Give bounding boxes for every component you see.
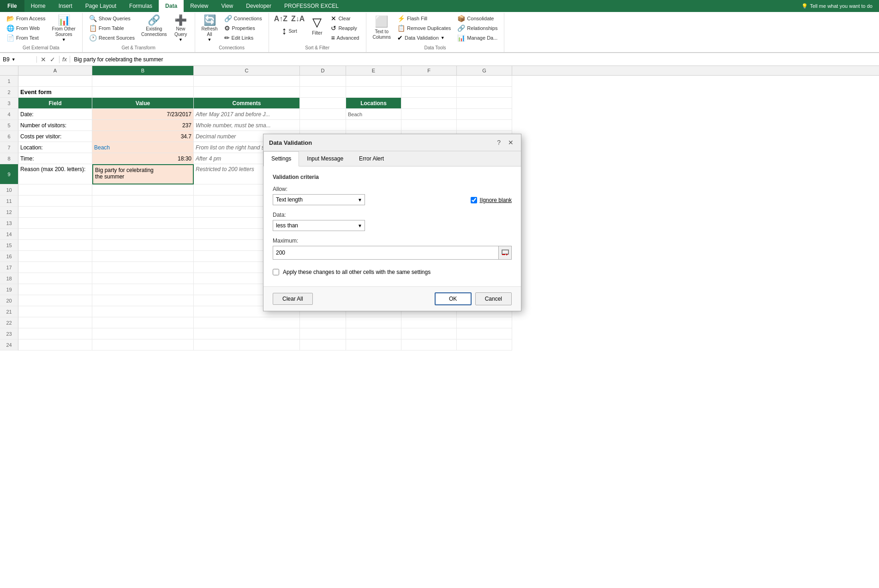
cell-e5[interactable] bbox=[346, 120, 401, 131]
cell-a3[interactable]: Field bbox=[18, 98, 92, 109]
cell-c23[interactable] bbox=[194, 328, 300, 339]
cell-b1[interactable] bbox=[92, 76, 194, 87]
allow-select[interactable]: Text length bbox=[273, 194, 365, 205]
cell-b16[interactable] bbox=[92, 251, 194, 262]
cell-d2[interactable] bbox=[300, 87, 346, 98]
formula-input[interactable] bbox=[70, 56, 879, 63]
cell-b20[interactable] bbox=[92, 295, 194, 306]
cell-b4[interactable]: 7/23/2017 bbox=[92, 109, 194, 120]
cell-a7[interactable]: Location: bbox=[18, 142, 92, 153]
cell-a13[interactable] bbox=[18, 218, 92, 229]
ok-button[interactable]: OK bbox=[435, 292, 472, 305]
cancel-formula-icon[interactable]: ✕ bbox=[40, 56, 47, 63]
dialog-tab-error-alert[interactable]: Error Alert bbox=[351, 151, 392, 166]
cell-b2[interactable] bbox=[92, 87, 194, 98]
cell-a16[interactable] bbox=[18, 251, 92, 262]
cell-a9[interactable]: Reason (max 200. letters): bbox=[18, 164, 92, 184]
cell-e4[interactable]: Beach bbox=[346, 109, 401, 120]
cell-reference-box[interactable]: B9 ▼ bbox=[0, 56, 37, 63]
btn-advanced[interactable]: ≡ Advanced bbox=[328, 33, 362, 42]
cell-d5[interactable] bbox=[300, 120, 346, 131]
btn-sort-az[interactable]: A↑Z bbox=[273, 14, 289, 24]
cell-b11[interactable] bbox=[92, 196, 194, 207]
cell-b3[interactable]: Value bbox=[92, 98, 194, 109]
btn-sort[interactable]: ↕ Sort bbox=[279, 24, 299, 37]
cell-e2[interactable] bbox=[346, 87, 401, 98]
cell-e3[interactable]: Locations bbox=[346, 98, 401, 109]
cell-a4[interactable]: Date: bbox=[18, 109, 92, 120]
maximum-picker-btn[interactable] bbox=[498, 246, 511, 259]
btn-refresh-all[interactable]: 🔄 RefreshAll ▼ bbox=[199, 14, 221, 43]
cell-f1[interactable] bbox=[401, 76, 457, 87]
cell-e22[interactable] bbox=[346, 317, 401, 328]
cell-a8[interactable]: Time: bbox=[18, 153, 92, 164]
cancel-button[interactable]: Cancel bbox=[475, 292, 512, 305]
cell-c5[interactable]: Whole number, must be sma... bbox=[194, 120, 300, 131]
btn-consolidate[interactable]: 📦 Consolidate bbox=[454, 14, 500, 23]
cell-b14[interactable] bbox=[92, 229, 194, 240]
cell-a12[interactable] bbox=[18, 207, 92, 218]
cell-b8[interactable]: 18:30 bbox=[92, 153, 194, 164]
cell-e24[interactable] bbox=[346, 339, 401, 350]
cell-b18[interactable] bbox=[92, 273, 194, 284]
btn-data-validation[interactable]: ✔ Data Validation ▼ bbox=[395, 33, 454, 42]
data-select[interactable]: less than bbox=[273, 220, 365, 231]
btn-sort-za[interactable]: Z↓A bbox=[290, 14, 306, 24]
cell-a23[interactable] bbox=[18, 328, 92, 339]
btn-recent-sources[interactable]: 🕐 Recent Sources bbox=[86, 33, 138, 42]
btn-existing-connections[interactable]: 🔗 ExistingConnections bbox=[138, 14, 170, 39]
tab-search[interactable]: 💡 Tell me what you want to do bbox=[795, 0, 879, 12]
cell-b15[interactable] bbox=[92, 240, 194, 251]
cell-c4[interactable]: After May 2017 and before J... bbox=[194, 109, 300, 120]
dialog-tab-settings[interactable]: Settings bbox=[263, 151, 299, 166]
cell-f5[interactable] bbox=[401, 120, 457, 131]
cell-a19[interactable] bbox=[18, 284, 92, 295]
cell-a1[interactable] bbox=[18, 76, 92, 87]
cell-f22[interactable] bbox=[401, 317, 457, 328]
dialog-help-icon[interactable]: ? bbox=[495, 138, 502, 147]
cell-f4[interactable] bbox=[401, 109, 457, 120]
cell-a5[interactable]: Number of visitors: bbox=[18, 120, 92, 131]
btn-clear[interactable]: ✕ Clear bbox=[328, 14, 362, 23]
maximum-input[interactable] bbox=[273, 248, 498, 258]
cell-g3[interactable] bbox=[457, 98, 512, 109]
col-header-e[interactable]: E bbox=[346, 66, 401, 75]
cell-a2[interactable]: Event form bbox=[18, 87, 92, 98]
tab-insert[interactable]: Insert bbox=[52, 0, 79, 12]
btn-from-access[interactable]: 📂 From Access bbox=[4, 14, 48, 23]
cell-b23[interactable] bbox=[92, 328, 194, 339]
cell-c1[interactable] bbox=[194, 76, 300, 87]
cell-c24[interactable] bbox=[194, 339, 300, 350]
btn-relationships[interactable]: 🔗 Relationships bbox=[454, 24, 500, 33]
confirm-formula-icon[interactable]: ✓ bbox=[49, 56, 56, 63]
cell-f24[interactable] bbox=[401, 339, 457, 350]
cell-d23[interactable] bbox=[300, 328, 346, 339]
cell-b12[interactable] bbox=[92, 207, 194, 218]
cell-c22[interactable] bbox=[194, 317, 300, 328]
cell-a24[interactable] bbox=[18, 339, 92, 350]
tab-review[interactable]: Review bbox=[184, 0, 215, 12]
cell-a15[interactable] bbox=[18, 240, 92, 251]
cell-d1[interactable] bbox=[300, 76, 346, 87]
cell-g22[interactable] bbox=[457, 317, 512, 328]
cell-a17[interactable] bbox=[18, 262, 92, 273]
dialog-close-icon[interactable]: ✕ bbox=[506, 138, 515, 147]
cell-d3[interactable] bbox=[300, 98, 346, 109]
cell-a20[interactable] bbox=[18, 295, 92, 306]
cell-b17[interactable] bbox=[92, 262, 194, 273]
btn-new-query[interactable]: ➕ NewQuery ▼ bbox=[171, 14, 191, 43]
cell-d24[interactable] bbox=[300, 339, 346, 350]
col-header-b[interactable]: B bbox=[92, 66, 194, 75]
cell-c2[interactable] bbox=[194, 87, 300, 98]
cell-b24[interactable] bbox=[92, 339, 194, 350]
dialog-tab-input-message[interactable]: Input Message bbox=[299, 151, 351, 166]
cell-a18[interactable] bbox=[18, 273, 92, 284]
tab-view[interactable]: View bbox=[215, 0, 239, 12]
tab-formulas[interactable]: Formulas bbox=[123, 0, 159, 12]
cell-f3[interactable] bbox=[401, 98, 457, 109]
btn-edit-links[interactable]: ✏ Edit Links bbox=[221, 33, 265, 42]
cell-a11[interactable] bbox=[18, 196, 92, 207]
cell-g2[interactable] bbox=[457, 87, 512, 98]
cell-g4[interactable] bbox=[457, 109, 512, 120]
cell-b6[interactable]: 34.7 bbox=[92, 131, 194, 142]
